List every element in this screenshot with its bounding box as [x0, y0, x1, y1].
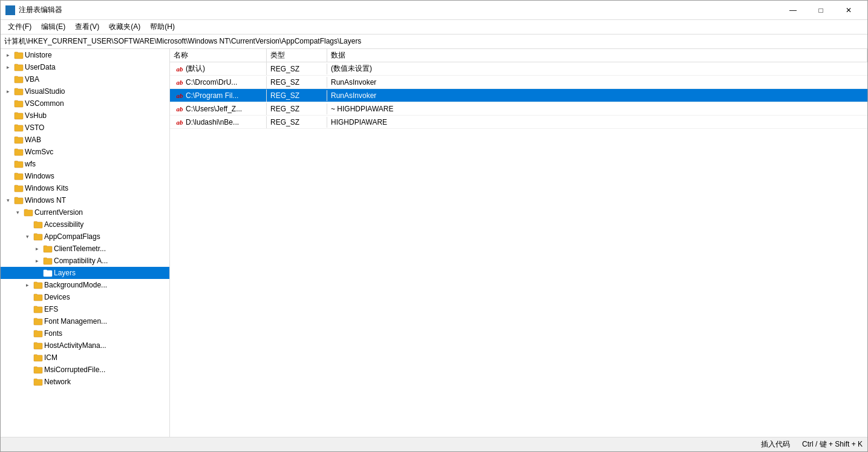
tree-expander-devices[interactable]	[22, 292, 32, 302]
tree-label-devices: Devices	[44, 293, 168, 301]
svg-rect-2	[6, 11, 10, 15]
tree-label-currentversion: CurrentVersion	[34, 208, 168, 217]
main-content: ▸Unistore▸UserDataVBA▸VisualStudioVSComm…	[1, 49, 867, 437]
tree-expander-vba[interactable]	[3, 74, 13, 84]
folder-icon-visualstudio	[14, 87, 24, 96]
tree-expander-visualstudio[interactable]: ▸	[3, 87, 13, 96]
menu-help[interactable]: 帮助(H)	[145, 21, 180, 33]
maximize-button[interactable]: □	[807, 1, 835, 20]
tree-expander-msicorruptedfile[interactable]	[22, 365, 32, 375]
tree-label-visualstudio: VisualStudio	[25, 87, 168, 96]
tree-item-vscommon[interactable]: VSCommon	[1, 97, 169, 110]
title-bar: 注册表编辑器 — □ ✕	[1, 1, 867, 20]
tree-item-windowskits[interactable]: Windows Kits	[1, 182, 169, 194]
tree-panel[interactable]: ▸Unistore▸UserDataVBA▸VisualStudioVSComm…	[1, 49, 170, 437]
values-panel[interactable]: 名称 类型 数据 ab(默认)REG_SZ(数值未设置)abC:\Drcom\D…	[170, 49, 867, 437]
tree-item-windows[interactable]: Windows	[1, 170, 169, 182]
value-icon-default: ab	[175, 64, 184, 74]
value-icon-usersjeffz: ab	[175, 104, 184, 114]
values-header: 名称 类型 数据	[170, 49, 867, 62]
tree-item-appcompatflags[interactable]: ▾AppCompatFlags	[1, 231, 169, 243]
tree-item-efs[interactable]: EFS	[1, 303, 169, 315]
folder-icon-efs	[33, 305, 43, 313]
tree-expander-clienttelemetry[interactable]: ▸	[32, 244, 42, 254]
value-data-cell-drcom: RunAsInvoker	[327, 77, 867, 88]
registry-editor-window: 注册表编辑器 — □ ✕ 文件(F) 编辑(E) 查看(V) 收藏夹(A) 帮助…	[0, 0, 868, 452]
value-data-cell-programfiles: RunAsInvoker	[327, 90, 867, 101]
address-bar: 计算机\HKEY_CURRENT_USER\SOFTWARE\Microsoft…	[1, 34, 867, 49]
tree-item-clienttelemetry[interactable]: ▸ClientTelemetr...	[1, 243, 169, 255]
tree-item-accessibility[interactable]: Accessibility	[1, 218, 169, 231]
folder-icon-devices	[33, 293, 43, 301]
tree-item-currentversion[interactable]: ▾CurrentVersion	[1, 206, 169, 218]
col-header-type[interactable]: 类型	[267, 49, 327, 62]
tree-expander-wcmsvc[interactable]	[3, 147, 13, 157]
tree-expander-backgroundmode[interactable]: ▸	[22, 280, 32, 290]
tree-expander-vscommon[interactable]	[3, 99, 13, 108]
tree-item-wcmsvc[interactable]: WcmSvc	[1, 146, 169, 158]
folder-icon-currentversion	[24, 208, 33, 217]
tree-expander-efs[interactable]	[22, 304, 32, 314]
tree-expander-vshub[interactable]	[3, 111, 13, 120]
menu-favorites[interactable]: 收藏夹(A)	[104, 21, 145, 33]
menu-file[interactable]: 文件(F)	[3, 21, 36, 33]
value-data-cell-usersjeffz: ~ HIGHDPIAWARE	[327, 103, 867, 114]
tree-expander-appcompatflags[interactable]: ▾	[22, 232, 32, 241]
tree-item-visualstudio[interactable]: ▸VisualStudio	[1, 85, 169, 97]
tree-item-vsto[interactable]: VSTO	[1, 122, 169, 134]
tree-label-windowskits: Windows Kits	[25, 184, 168, 192]
tree-item-backgroundmode[interactable]: ▸BackgroundMode...	[1, 279, 169, 291]
tree-expander-fonts[interactable]	[22, 329, 32, 338]
tree-expander-accessibility[interactable]	[22, 220, 32, 229]
folder-icon-windows	[14, 172, 24, 180]
tree-expander-wab[interactable]	[3, 135, 13, 145]
value-row-ludashi[interactable]: abD:\ludashi\nBe...REG_SZHIGHDPIAWARE	[170, 116, 867, 129]
tree-item-msicorruptedfile[interactable]: MsiCorruptedFile...	[1, 364, 169, 376]
tree-item-vshub[interactable]: VsHub	[1, 110, 169, 122]
tree-item-windowsnt[interactable]: ▾Windows NT	[1, 194, 169, 206]
tree-item-layers[interactable]: Layers	[1, 267, 169, 279]
folder-icon-appcompatflags	[33, 232, 43, 241]
tree-expander-fontmanagement[interactable]	[22, 316, 32, 326]
tree-item-fonts[interactable]: Fonts	[1, 327, 169, 339]
tree-item-fontmanagement[interactable]: Font Managemen...	[1, 315, 169, 327]
tree-item-devices[interactable]: Devices	[1, 291, 169, 303]
tree-expander-userdata[interactable]: ▸	[3, 62, 13, 72]
minimize-button[interactable]: —	[779, 1, 807, 20]
tree-expander-unistore[interactable]: ▸	[3, 50, 13, 60]
tree-expander-network[interactable]	[22, 377, 32, 387]
tree-expander-windows[interactable]	[3, 171, 13, 181]
value-row-drcom[interactable]: abC:\Drcom\DrU...REG_SZRunAsInvoker	[170, 76, 867, 89]
tree-expander-windowskits[interactable]	[3, 183, 13, 193]
tree-item-network[interactable]: Network	[1, 376, 169, 388]
tree-item-compatibilitya[interactable]: ▸Compatibility A...	[1, 255, 169, 267]
value-icon-programfiles: ab	[175, 91, 184, 100]
tree-item-wab[interactable]: WAB	[1, 134, 169, 146]
tree-expander-layers[interactable]	[32, 268, 42, 278]
tree-item-vba[interactable]: VBA	[1, 73, 169, 85]
tree-item-userdata[interactable]: ▸UserData	[1, 61, 169, 73]
close-button[interactable]: ✕	[835, 1, 863, 20]
tree-expander-currentversion[interactable]: ▾	[13, 208, 22, 217]
window-controls: — □ ✕	[779, 1, 863, 20]
value-row-usersjeffz[interactable]: abC:\Users\Jeff_Z...REG_SZ~ HIGHDPIAWARE	[170, 102, 867, 116]
tree-item-unistore[interactable]: ▸Unistore	[1, 49, 169, 61]
tree-item-hostactivitymana[interactable]: HostActivityMana...	[1, 339, 169, 352]
tree-expander-vsto[interactable]	[3, 123, 13, 133]
col-header-data[interactable]: 数据	[327, 49, 867, 62]
tree-expander-icm[interactable]	[22, 353, 32, 362]
svg-rect-0	[6, 6, 10, 10]
tree-expander-compatibilitya[interactable]: ▸	[32, 256, 42, 266]
tree-item-wfs[interactable]: wfs	[1, 158, 169, 170]
value-row-programfiles[interactable]: abC:\Program Fil...REG_SZRunAsInvoker	[170, 89, 867, 102]
folder-icon-unistore	[14, 51, 24, 59]
tree-item-icm[interactable]: ICM	[1, 352, 169, 364]
tree-expander-wfs[interactable]	[3, 159, 13, 169]
value-row-default[interactable]: ab(默认)REG_SZ(数值未设置)	[170, 62, 867, 76]
tree-expander-hostactivitymana[interactable]	[22, 341, 32, 350]
value-name-cell-programfiles: abC:\Program Fil...	[170, 90, 267, 102]
col-header-name[interactable]: 名称	[170, 49, 267, 62]
menu-edit[interactable]: 编辑(E)	[36, 21, 70, 33]
menu-view[interactable]: 查看(V)	[70, 21, 104, 33]
tree-expander-windowsnt[interactable]: ▾	[3, 195, 13, 205]
